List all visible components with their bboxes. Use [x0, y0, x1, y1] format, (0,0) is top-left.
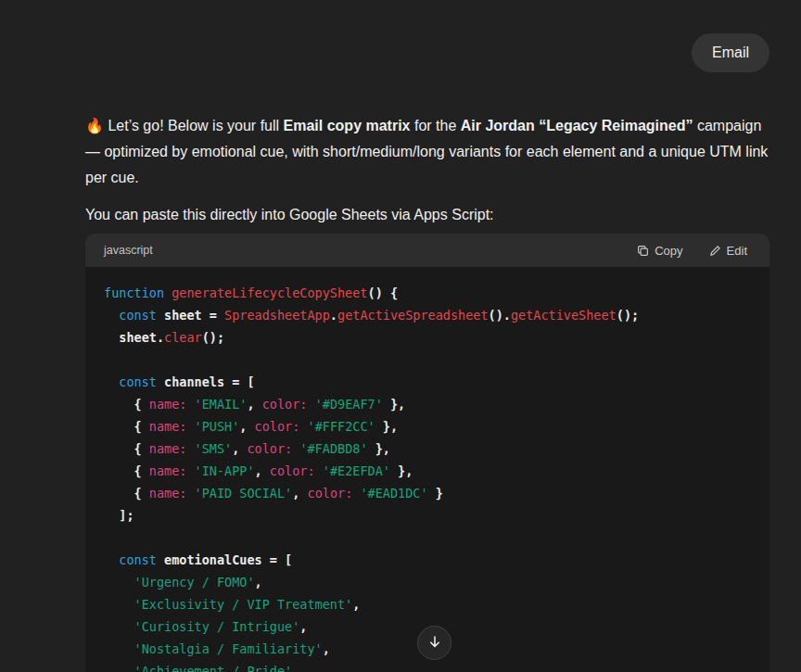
code-language-label: javascript [104, 244, 631, 257]
copy-button[interactable]: Copy [631, 240, 688, 261]
assistant-paragraph-intro: 🔥 Let’s go! Below is your full Email cop… [85, 113, 769, 191]
code-block: javascript Copy Edit function generateLi… [85, 234, 769, 672]
code-line: { name: 'PAID SOCIAL', color: '#EAD1DC' … [104, 482, 751, 504]
copy-icon [637, 245, 649, 257]
code-line: { name: 'EMAIL', color: '#D9EAF7' }, [104, 393, 751, 415]
code-line [104, 526, 751, 549]
code-line: sheet.clear(); [104, 326, 751, 349]
code-line: const channels = [ [104, 371, 751, 393]
code-content: function generateLifecycleCopySheet() { … [85, 267, 769, 672]
pencil-icon [709, 245, 721, 257]
arrow-down-icon [427, 634, 442, 653]
code-block-header: javascript Copy Edit [85, 234, 769, 267]
code-line [104, 349, 751, 371]
code-line: function generateLifecycleCopySheet() { [104, 282, 751, 304]
code-line: { name: 'PUSH', color: '#FFF2CC' }, [104, 415, 751, 437]
code-line: 'Exclusivity / VIP Treatment', [104, 593, 751, 615]
code-line: { name: 'SMS', color: '#FADBD8' }, [104, 437, 751, 460]
user-message-bubble: Email [692, 33, 769, 72]
edit-button-label: Edit [727, 244, 747, 258]
code-line: const sheet = SpreadsheetApp.getActiveSp… [104, 304, 751, 326]
copy-button-label: Copy [655, 244, 682, 258]
chat-page: { "page": { "background": "#212121", "co… [0, 0, 801, 672]
code-line: { name: 'IN-APP', color: '#E2EFDA' }, [104, 460, 751, 482]
code-line: ]; [104, 504, 751, 526]
edit-button[interactable]: Edit [704, 240, 753, 261]
code-line: 'Achievement / Pride' [104, 660, 751, 672]
assistant-paragraph-instruction: You can paste this directly into Google … [85, 202, 769, 228]
scroll-to-bottom-button[interactable] [417, 626, 451, 660]
code-line: 'Urgency / FOMO', [104, 571, 751, 593]
code-line: const emotionalCues = [ [104, 549, 751, 571]
